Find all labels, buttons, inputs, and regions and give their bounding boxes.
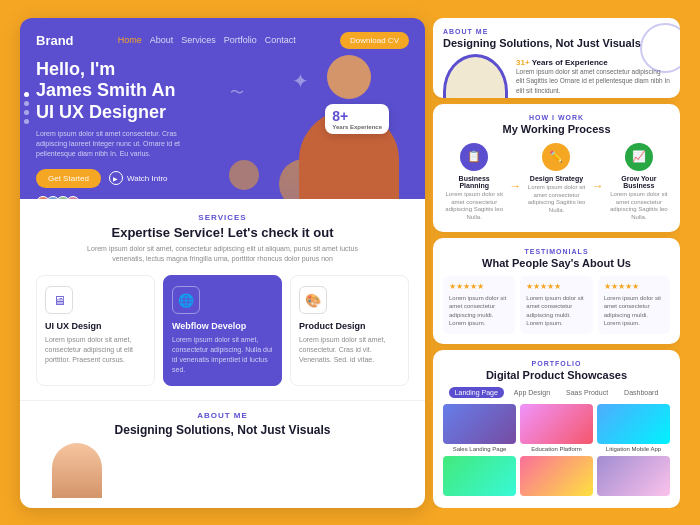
step-1-name: Business Planning [443,175,505,189]
test-text-2: Lorem ipsum dolor sit amet consectetur a… [526,294,586,328]
right-about-text: Lorem ipsum dolor sit amet consectetur a… [516,67,670,96]
step-3-desc: Lorem ipsum dolor sit amet consectetur a… [608,191,670,222]
step-2-name: Design Strategy [525,175,587,182]
testimonial-card-1: ★★★★★ Lorem ipsum dolor sit amet consect… [443,276,515,334]
right-column: ABOUT ME Designing Solutions, Not Just V… [433,18,680,508]
testimonial-card-3: ★★★★★ Lorem ipsum dolor sit amet consect… [598,276,670,334]
tab-landing-page[interactable]: Landing Page [449,387,504,398]
step-grow-business: 📈 Grow Your Business Lorem ipsum dolor s… [608,143,670,222]
portfolio-grid: Sales Landing Page Education Platform Li… [443,404,670,498]
step-design-strategy: ✏️ Design Strategy Lorem ipsum dolor sit… [525,143,587,222]
process-arrow-2: → [592,143,604,222]
hero-buttons: Get Started ▶ Watch Intro [36,169,409,188]
product-icon-glyph: 🎨 [305,293,321,308]
nav-links: Home About Services Portfolio Contact [118,35,296,45]
portfolio-image-5[interactable] [520,456,593,496]
portfolio-label-1: Sales Landing Page [443,446,516,452]
service-card-webflow: 🌐 Webflow Develop Lorem ipsum dolor sit … [163,275,282,385]
right-about-panel: ABOUT ME Designing Solutions, Not Just V… [433,18,680,98]
portfolio-image-2[interactable] [520,404,593,444]
webflow-name: Webflow Develop [172,321,273,331]
play-icon: ▶ [109,171,123,185]
portfolio-image-4[interactable] [443,456,516,496]
tab-saas-product[interactable]: Saas Product [560,387,614,398]
uiux-icon: 🖥 [45,286,73,314]
stars-3: ★★★★★ [604,282,664,291]
testimonials-title: What People Say's About Us [443,257,670,269]
step-1-icon: 📋 [460,143,488,171]
process-title: My Working Process [443,123,670,135]
avatar-4 [66,196,80,199]
portfolio-item-2: Education Platform [520,404,593,452]
webflow-icon-glyph: 🌐 [178,293,194,308]
portfolio-item-6 [597,456,670,498]
portfolio-title: Digital Product Showcases [443,369,670,381]
right-about-title: Designing Solutions, Not Just Visuals [443,37,670,49]
services-description: Lorem ipsum dolor sit amet, consectetur … [83,244,363,264]
hero-role: UI UX Designer [36,102,166,122]
step-business-planning: 📋 Business Planning Lorem ipsum dolor si… [443,143,505,222]
process-arrow-1: → [509,143,521,222]
service-card-uiux: 🖥 UI UX Design Lorem ipsum dolor sit ame… [36,275,155,385]
hero-name: James Smith An [36,80,175,100]
tab-app-design[interactable]: App Design [508,387,556,398]
happy-customers: Happy Customer [36,196,409,199]
webflow-text: Lorem ipsum dolor sit amet, consectetur … [172,335,273,374]
services-tag: SERVICES [36,213,409,222]
step-3-name: Grow Your Business [608,175,670,189]
portfolio-image-6[interactable] [597,456,670,496]
nav-about[interactable]: About [150,35,174,45]
watch-label: Watch Intro [127,174,168,183]
portfolio-item-5 [520,456,593,498]
service-card-product: 🎨 Product Design Lorem ipsum dolor sit a… [290,275,409,385]
portfolio-tabs: Landing Page App Design Saas Product Das… [443,387,670,398]
testimonials-row: ★★★★★ Lorem ipsum dolor sit amet consect… [443,276,670,334]
avatar-stack [36,196,80,199]
watch-intro-button[interactable]: ▶ Watch Intro [109,171,168,185]
stars-2: ★★★★★ [526,282,586,291]
portfolio-item-1: Sales Landing Page [443,404,516,452]
right-about-body: 31+ Years of Experience Lorem ipsum dolo… [443,54,670,98]
services-title: Expertise Service! Let's check it out [36,225,409,240]
hero-section: Brand Home About Services Portfolio Cont… [20,18,425,199]
test-text-1: Lorem ipsum dolor sit amet consectetur a… [449,294,509,328]
outer-wrapper: Brand Home About Services Portfolio Cont… [20,18,680,508]
nav-contact[interactable]: Contact [265,35,296,45]
hero-description: Lorem ipsum dolor sit amet consectetur. … [36,129,196,158]
hero-text-block: Hello, I'm James Smith An UI UX Designer… [36,59,409,199]
portfolio-image-1[interactable] [443,404,516,444]
testimonials-panel: TESTIMONIALS What People Say's About Us … [433,238,680,344]
webflow-icon: 🌐 [172,286,200,314]
about-person-image [52,443,102,498]
tab-dashboard[interactable]: Dashboard [618,387,664,398]
slide-dots [24,92,29,124]
slide-dot-1 [24,92,29,97]
about-title: Designing Solutions, Not Just Visuals [36,423,409,437]
step-2-icon: ✏️ [542,143,570,171]
product-name: Product Design [299,321,400,331]
product-icon: 🎨 [299,286,327,314]
get-started-button[interactable]: Get Started [36,169,101,188]
about-face [36,443,409,498]
nav-services[interactable]: Services [181,35,216,45]
portfolio-image-3[interactable] [597,404,670,444]
hero-greeting: Hello, I'm [36,59,115,79]
step-2-desc: Lorem ipsum dolor sit amet consectetur a… [525,184,587,215]
services-section: SERVICES Expertise Service! Let's check … [20,199,425,400]
product-text: Lorem ipsum dolor sit amet, consectetur.… [299,335,400,364]
about-tag: ABOUT ME [36,411,409,420]
step-1-desc: Lorem ipsum dolor sit amet consectetur a… [443,191,505,222]
portfolio-tag: PORTFOLIO [443,360,670,367]
nav-home[interactable]: Home [118,35,142,45]
working-process-panel: HOW I WORK My Working Process 📋 Business… [433,104,680,232]
slide-dot-2 [24,101,29,106]
slide-dot-3 [24,110,29,115]
brand-logo: Brand [36,33,74,48]
nav-portfolio[interactable]: Portfolio [224,35,257,45]
testimonial-card-2: ★★★★★ Lorem ipsum dolor sit amet consect… [520,276,592,334]
portfolio-label-2: Education Platform [520,446,593,452]
uiux-icon-glyph: 🖥 [53,293,66,308]
hero-content: Hello, I'm James Smith An UI UX Designer… [36,59,409,199]
stars-1: ★★★★★ [449,282,509,291]
slide-dot-4 [24,119,29,124]
